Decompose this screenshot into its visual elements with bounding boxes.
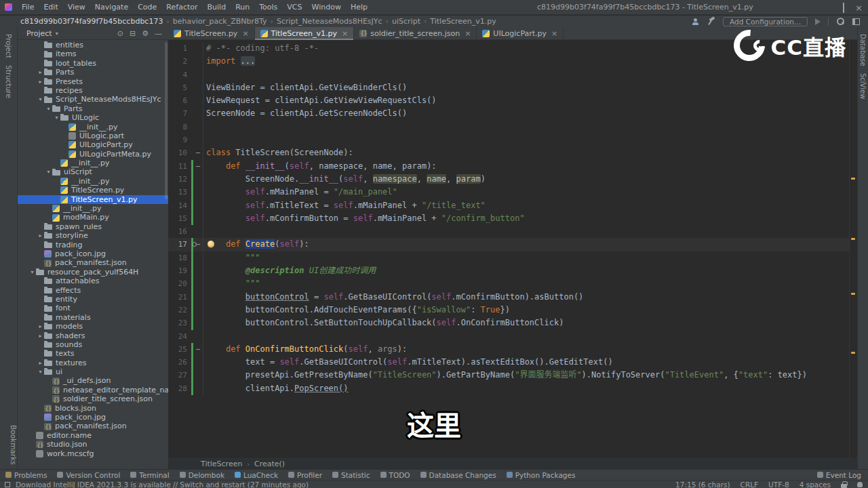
tree-item--init-py[interactable]: __init__.py <box>18 123 168 131</box>
search-everywhere-icon[interactable] <box>836 17 845 26</box>
tree-item--init-py[interactable]: __init__.py <box>18 204 168 213</box>
line-number[interactable]: 12 <box>168 173 190 186</box>
tree-item-ui[interactable]: ▾ui <box>18 367 168 376</box>
tool-button-statistic[interactable]: Statistic <box>332 471 370 479</box>
menu-help[interactable]: Help <box>346 0 372 15</box>
run-icon[interactable] <box>815 18 821 25</box>
tree-item-uilogic-part[interactable]: UILogic.part <box>18 131 168 140</box>
menu-refactor[interactable]: Refactor <box>161 0 202 15</box>
menu-code[interactable]: Code <box>133 0 161 15</box>
tree-collapse-icon[interactable]: ▾ <box>45 167 52 176</box>
line-number[interactable]: 16 <box>168 225 190 238</box>
code-line-15[interactable]: 15 self.mConfirmButton = self.mMainPanel… <box>168 212 849 225</box>
tool-button-python-packages[interactable]: Python Packages <box>507 471 576 479</box>
hide-panel-icon[interactable]: — <box>155 27 162 40</box>
readonly-lock-icon[interactable] <box>841 481 847 488</box>
tree-expand-icon[interactable]: ▸ <box>37 231 44 240</box>
code-line-20[interactable]: 20 """ <box>168 277 849 290</box>
tree-item-titlescreen-py[interactable]: TitleScreen.py <box>18 186 168 195</box>
tree-item-entity[interactable]: entity <box>18 295 168 304</box>
menu-edit[interactable]: Edit <box>39 0 62 15</box>
line-number[interactable]: 7 <box>168 107 190 120</box>
notifications-bell-icon[interactable] <box>857 482 863 487</box>
tree-collapse-icon[interactable]: ▾ <box>53 113 60 122</box>
tool-button-luacheck[interactable]: LuaCheck <box>235 471 278 479</box>
tree-item-uilogic[interactable]: ▾UILogic <box>18 113 168 122</box>
tool-button-todo[interactable]: TODO <box>380 471 410 479</box>
line-number[interactable]: 10 <box>168 146 190 159</box>
tree-collapse-icon[interactable]: ▾ <box>37 95 44 104</box>
line-number[interactable]: 20 <box>168 277 190 290</box>
tree-item-pack-manifest-json[interactable]: pack_manifest.json <box>18 422 168 430</box>
code-line-18[interactable]: 18 """ <box>168 251 849 264</box>
code-line-7[interactable]: 7ScreenNode = clientApi.GetScreenNodeCls… <box>168 107 849 120</box>
tree-item-spawn-rules[interactable]: spawn_rules <box>18 222 168 231</box>
menu-tools[interactable]: Tools <box>254 0 282 15</box>
tree-item-uilogicpartmeta-py[interactable]: UILogicPartMeta.py <box>18 150 168 159</box>
tree-item-materials[interactable]: materials <box>18 313 168 322</box>
tree-item-modmain-py[interactable]: modMain.py <box>18 213 168 222</box>
tree-item--init-py[interactable]: __init__.py <box>18 159 168 167</box>
tool-window-switcher-icon[interactable] <box>5 482 10 487</box>
line-number[interactable]: 26 <box>168 356 190 369</box>
tree-expand-icon[interactable]: ▸ <box>37 331 44 340</box>
code-line-5[interactable]: 5ViewBinder = clientApi.GetViewBinderCls… <box>168 81 849 94</box>
tree-item-blocks-json[interactable]: blocks.json <box>18 404 168 413</box>
code-line-17[interactable]: 17− def Create(self): <box>168 238 849 251</box>
tab-titlescreen-v1-py[interactable]: TitleScreen_v1.py× <box>255 27 355 40</box>
chevron-down-icon[interactable]: ▾ <box>56 30 58 37</box>
breadcrumb-method[interactable]: Create() <box>254 460 285 468</box>
close-button[interactable]: × <box>855 3 863 12</box>
line-number[interactable]: 9 <box>168 134 190 146</box>
tree-item-netease-editor-template-namespace-json[interactable]: netease_editor_template_namespace.json <box>18 386 168 394</box>
tool-button-bookmarks[interactable]: Bookmarks <box>9 425 18 465</box>
tool-button-structure[interactable]: Structure <box>5 65 13 98</box>
tree-item-pack-manifest-json[interactable]: pack_manifest.json <box>18 258 168 267</box>
tree-collapse-icon[interactable]: ▾ <box>45 104 52 113</box>
breadcrumb-item-uiscript[interactable]: uiScript <box>392 17 420 26</box>
line-number[interactable]: 21 <box>168 291 190 304</box>
code-line-2[interactable]: 2import ... <box>168 55 849 68</box>
tree-item-uiscript[interactable]: ▾uiScript <box>18 167 168 176</box>
tree-item-presets[interactable]: ▸Presets <box>18 77 168 86</box>
project-tree-scrollbar[interactable] <box>165 42 167 199</box>
indent-style[interactable]: 4 spaces <box>800 481 831 488</box>
tree-expand-icon[interactable]: ▸ <box>37 359 44 367</box>
tool-button-delombok[interactable]: Delombok <box>180 471 224 479</box>
code-line-22[interactable]: 22 buttonControl.AddTouchEventParams({"i… <box>168 304 849 317</box>
menu-window[interactable]: Window <box>307 0 346 15</box>
tool-button-version-control[interactable]: Version Control <box>57 471 120 479</box>
code-line-19[interactable]: 19 @description UI创建成功时调用 <box>168 264 849 277</box>
fold-marker-icon[interactable]: − <box>193 343 203 356</box>
tree-item-attachables[interactable]: attachables <box>18 277 168 285</box>
tree-expand-icon[interactable]: ▸ <box>37 68 44 77</box>
tree-collapse-icon[interactable]: ▾ <box>28 268 36 277</box>
code-line-16[interactable]: 16 <box>168 225 849 238</box>
tree-item-titlescreen-v1-py[interactable]: TitleScreen_v1.py <box>18 195 168 204</box>
tree-expand-icon[interactable]: ▸ <box>37 77 44 86</box>
status-message[interactable]: Download IntelliJ IDEA 2021.3.3 is avail… <box>16 481 309 488</box>
line-number[interactable]: 24 <box>168 330 190 343</box>
tree-item-script-neteasemods8hesjyc[interactable]: ▾Script_NeteaseMods8HEsJYc <box>18 95 168 104</box>
code-line-8[interactable]: 8 <box>168 121 849 134</box>
tool-button-profiler[interactable]: Profiler <box>288 471 322 479</box>
tree-item-editor-name[interactable]: editor.name <box>18 431 168 440</box>
tree-item-parts[interactable]: ▾Parts <box>18 104 168 113</box>
tree-item-pack-icon-jpg[interactable]: pack_icon.jpg <box>18 249 168 258</box>
tree-item--ui-defs-json[interactable]: _ui_defs.json <box>18 376 168 385</box>
tool-button-problems[interactable]: Problems <box>5 471 47 479</box>
line-number[interactable]: 13 <box>168 186 190 199</box>
line-number[interactable]: 28 <box>168 382 190 395</box>
tree-item-loot-tables[interactable]: loot_tables <box>18 59 168 68</box>
tree-item-uilogicpart-py[interactable]: UILogicPart.py <box>18 140 168 149</box>
settings-gear-icon[interactable]: ⚙ <box>142 27 149 40</box>
tree-item-entities[interactable]: entities <box>18 41 168 49</box>
add-configuration-button[interactable]: Add Configuration... <box>723 17 808 26</box>
tree-item-storyline[interactable]: ▸storyline <box>18 231 168 240</box>
code-with-me-icon[interactable] <box>691 18 699 26</box>
layout-windows-icon[interactable] <box>852 18 860 25</box>
code-line-14[interactable]: 14 self.mTitleText = self.mMainPanel + "… <box>168 199 849 212</box>
code-line-25[interactable]: 25− def OnConfirmButtonClick(self, args)… <box>168 343 849 356</box>
locate-file-icon[interactable]: ⊙ <box>117 27 123 40</box>
line-number[interactable]: 15 <box>168 212 190 225</box>
